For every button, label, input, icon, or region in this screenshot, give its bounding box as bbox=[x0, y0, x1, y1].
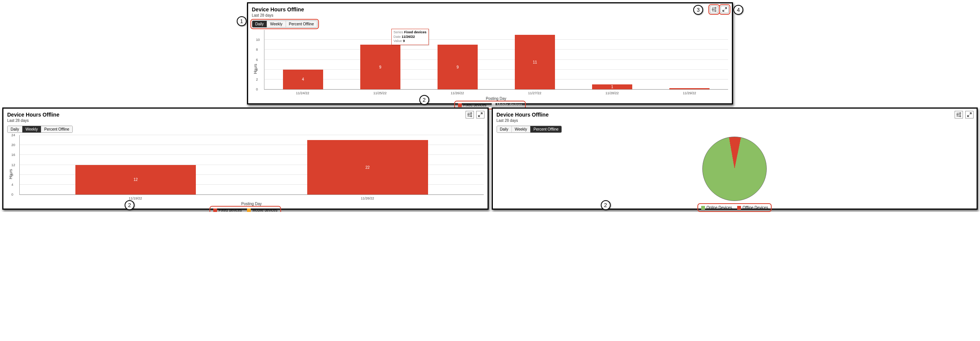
x-tick: 11/26/22 bbox=[251, 195, 484, 200]
y-tick: 8 bbox=[11, 173, 13, 177]
annotation-badge-4: 4 bbox=[733, 5, 743, 15]
x-axis-label: Posting Day bbox=[264, 97, 729, 101]
tab-daily[interactable]: Daily bbox=[497, 126, 512, 132]
legend-label: Fixed devices bbox=[463, 103, 487, 107]
x-tick: 11/27/22 bbox=[496, 90, 574, 95]
bar[interactable]: 11 bbox=[515, 35, 555, 89]
annotation-badge-2: 2 bbox=[125, 200, 134, 210]
panel-subtitle: Last 28 days bbox=[252, 13, 729, 17]
legend-mobile-devices[interactable]: Mobile devices bbox=[247, 208, 277, 212]
x-tick: 11/26/22 bbox=[418, 90, 496, 95]
panel-daily: 1 3 4 2 Device Hours Offline Last 28 day… bbox=[247, 2, 733, 105]
annotation-badge-2: 2 bbox=[419, 95, 429, 105]
svg-point-19 bbox=[957, 114, 958, 116]
svg-point-13 bbox=[471, 116, 472, 117]
panel-title: Device Hours Offline bbox=[252, 6, 729, 13]
panel-weekly: 2 Device Hours Offline Last 28 days Dail… bbox=[2, 108, 489, 210]
x-tick: 11/28/22 bbox=[574, 90, 651, 95]
chart-tooltip: Series Fixed devices Date 11/26/22 Value… bbox=[391, 29, 429, 45]
y-tick: 10 bbox=[256, 38, 260, 42]
legend-fixed-devices[interactable]: Fixed devices bbox=[458, 103, 487, 107]
legend-label: Mobile devices bbox=[252, 208, 277, 212]
y-tick: 12 bbox=[11, 163, 15, 167]
y-tick: 2 bbox=[256, 78, 258, 81]
y-tick: 4 bbox=[11, 183, 13, 187]
x-tick: 11/29/22 bbox=[651, 90, 728, 95]
legend-swatch-icon bbox=[737, 206, 741, 210]
svg-point-1 bbox=[715, 8, 716, 9]
panel-title: Device Hours Offline bbox=[496, 112, 973, 118]
percent-pie-chart bbox=[496, 136, 973, 201]
legend-online-devices[interactable]: Online Devices bbox=[701, 206, 732, 210]
weekly-bar-chart: Hours 048121620241222 11/19/2211/26/22 P… bbox=[7, 135, 484, 212]
legend-fixed-devices[interactable]: Fixed devices bbox=[213, 208, 242, 212]
legend-label: Mobile devices bbox=[497, 103, 522, 107]
view-tabs: Daily Weekly Percent Offline bbox=[496, 126, 562, 133]
svg-point-3 bbox=[712, 9, 713, 10]
expand-icon[interactable] bbox=[476, 111, 485, 119]
filter-icon[interactable] bbox=[466, 111, 474, 119]
legend-swatch-icon bbox=[701, 206, 705, 210]
svg-point-11 bbox=[468, 114, 469, 116]
svg-point-5 bbox=[715, 11, 716, 12]
pie-chart bbox=[702, 136, 767, 201]
bar[interactable]: 1 bbox=[592, 84, 632, 89]
chart-legend: Online Devices Offline Devices bbox=[699, 205, 770, 211]
legend-label: Fixed devices bbox=[219, 208, 242, 212]
tab-weekly[interactable]: Weekly bbox=[267, 21, 286, 27]
svg-point-9 bbox=[471, 113, 472, 114]
y-tick: 16 bbox=[11, 153, 15, 157]
panel-percent-offline: 2 Device Hours Offline Last 28 days Dail… bbox=[492, 108, 978, 210]
daily-bar-chart: Hours Series Fixed devices Date 11/26/22… bbox=[252, 30, 729, 108]
tab-percent-offline[interactable]: Percent Offline bbox=[530, 126, 562, 132]
legend-swatch-icon bbox=[213, 209, 217, 213]
x-axis-label: Posting Day bbox=[19, 202, 484, 206]
tab-daily[interactable]: Daily bbox=[8, 126, 22, 132]
y-tick: 8 bbox=[256, 48, 258, 51]
bar[interactable]: 9 bbox=[360, 44, 401, 89]
panel-subtitle: Last 28 days bbox=[7, 119, 484, 123]
bar[interactable]: 22 bbox=[307, 140, 428, 195]
y-tick: 0 bbox=[11, 193, 13, 197]
legend-label: Online Devices bbox=[706, 206, 732, 210]
bar[interactable]: 4 bbox=[283, 70, 323, 89]
expand-icon[interactable] bbox=[721, 6, 729, 13]
expand-icon[interactable] bbox=[965, 111, 974, 119]
view-tabs: Daily Weekly Percent Offline bbox=[7, 126, 73, 133]
panel-title: Device Hours Offline bbox=[7, 112, 484, 118]
y-tick: 24 bbox=[11, 133, 15, 137]
tab-weekly[interactable]: Weekly bbox=[512, 126, 531, 132]
y-tick: 20 bbox=[11, 143, 15, 147]
y-tick: 6 bbox=[256, 58, 258, 62]
view-tabs: Daily Weekly Percent Offline bbox=[252, 21, 317, 28]
bar[interactable]: 9 bbox=[438, 44, 478, 89]
legend-swatch-icon bbox=[247, 209, 251, 213]
svg-point-17 bbox=[960, 113, 961, 114]
legend-mobile-devices[interactable]: Mobile devices bbox=[492, 103, 522, 107]
bar[interactable] bbox=[669, 88, 710, 89]
bar[interactable]: 12 bbox=[75, 165, 196, 195]
y-tick: 4 bbox=[256, 68, 258, 71]
x-tick: 11/19/22 bbox=[19, 195, 251, 200]
y-tick: 0 bbox=[256, 87, 258, 91]
tab-percent-offline[interactable]: Percent Offline bbox=[286, 21, 317, 27]
chart-legend: Fixed devices Mobile devices bbox=[211, 208, 280, 212]
legend-swatch-icon bbox=[492, 103, 495, 107]
tab-weekly[interactable]: Weekly bbox=[22, 126, 41, 132]
filter-icon[interactable] bbox=[710, 6, 718, 13]
legend-offline-devices[interactable]: Offline Devices bbox=[737, 206, 768, 210]
tab-daily[interactable]: Daily bbox=[252, 21, 267, 27]
tab-percent-offline[interactable]: Percent Offline bbox=[41, 126, 72, 132]
legend-swatch-icon bbox=[458, 103, 462, 107]
annotation-badge-2: 2 bbox=[601, 200, 611, 210]
x-tick: 11/25/22 bbox=[341, 90, 418, 95]
svg-point-21 bbox=[960, 116, 961, 117]
x-tick: 11/24/22 bbox=[264, 90, 341, 95]
chart-legend: Fixed devices Mobile devices bbox=[456, 102, 524, 108]
annotation-badge-1: 1 bbox=[237, 16, 247, 26]
panel-subtitle: Last 28 days bbox=[496, 119, 973, 123]
legend-label: Offline Devices bbox=[743, 206, 768, 210]
filter-icon[interactable] bbox=[955, 111, 963, 119]
